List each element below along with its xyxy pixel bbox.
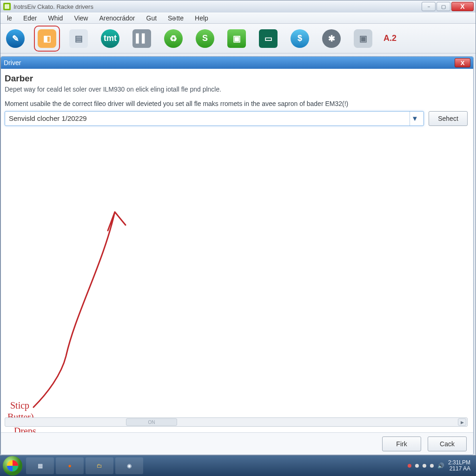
- tray-volume-icon[interactable]: 🔊: [437, 463, 444, 469]
- dialog-desc-1: Depet way for ceald let soler over ILM93…: [5, 86, 468, 93]
- taskbar-clock[interactable]: 2:31LPM 2117 AA: [448, 460, 470, 472]
- taskbar-app-firefox[interactable]: ●: [56, 457, 84, 474]
- dialog-titlebar[interactable]: Driver X: [1, 57, 473, 69]
- menu-help[interactable]: Help: [190, 13, 213, 23]
- taskbar-app-chrome[interactable]: ◉: [115, 457, 143, 474]
- system-tray[interactable]: 🔊 2:31LPM 2117 AA: [408, 460, 473, 472]
- tool-s[interactable]: S: [194, 27, 216, 50]
- secondary-button[interactable]: Cack: [428, 436, 467, 451]
- scroll-right-icon[interactable]: ▸: [458, 418, 466, 426]
- close-button[interactable]: X: [451, 2, 474, 11]
- taskbar-date: 2117 AA: [448, 466, 470, 472]
- menu-eder[interactable]: Eder: [19, 13, 42, 23]
- tool-camera[interactable]: ▣: [352, 27, 374, 50]
- tray-icon-1[interactable]: [408, 464, 411, 468]
- annotation-overlay: Sticp Butter) Dreps: [10, 207, 131, 432]
- start-button[interactable]: [3, 456, 22, 476]
- dialog-body: Darber Depet way for ceald let soler ove…: [1, 69, 473, 432]
- annotation-text-1: Sticp: [10, 400, 29, 410]
- dialog-desc-2: Moment usabile the de correct fileo driv…: [5, 99, 468, 108]
- menu-sette[interactable]: Sətte: [163, 13, 188, 23]
- tool-device[interactable]: ▌▌: [131, 27, 153, 50]
- app-icon: [3, 3, 11, 10]
- dialog-footer: Firk Cack: [1, 432, 473, 455]
- taskbar-app-explorer[interactable]: ▦: [26, 457, 54, 474]
- menu-view[interactable]: View: [69, 13, 93, 23]
- tray-icon-4[interactable]: [430, 464, 434, 468]
- maximize-button[interactable]: ▢: [436, 2, 450, 11]
- menu-gut[interactable]: Gut: [142, 13, 162, 23]
- driver-dialog: Driver X Darber Depet way for ceald let …: [0, 56, 474, 455]
- taskbar-app-folder[interactable]: 🗀: [86, 457, 113, 474]
- menubar: le Eder Whid View Arenocrádor Gut Sətte …: [0, 13, 476, 24]
- chevron-down-icon[interactable]: ▼: [410, 112, 420, 126]
- tool-selected[interactable]: ◧: [36, 27, 58, 50]
- driver-combo-value: Senvisld clocher 1/20229: [9, 114, 87, 122]
- horizontal-scrollbar[interactable]: ON ▸: [5, 417, 468, 427]
- tool-recycle[interactable]: ♻: [162, 27, 185, 50]
- dialog-title: Driver: [4, 59, 21, 66]
- minimize-button[interactable]: －: [422, 2, 436, 11]
- titlebar[interactable]: IrotrsEiv Ckato. Racke drivers － ▢ X: [0, 0, 476, 13]
- tool-shop[interactable]: ▭: [257, 27, 279, 50]
- window-title: IrotrsEiv Ckato. Racke drivers: [13, 3, 93, 10]
- tray-icon-2[interactable]: [415, 464, 419, 468]
- driver-combo[interactable]: Senvisld clocher 1/20229 ▼: [5, 111, 424, 126]
- primary-button[interactable]: Firk: [382, 436, 421, 451]
- tool-globe[interactable]: ✎: [4, 27, 26, 50]
- tool-page[interactable]: ▤: [67, 27, 90, 50]
- tool-box[interactable]: ▣: [225, 27, 248, 50]
- toolbar-version-label: A.2: [383, 33, 397, 43]
- menu-file[interactable]: le: [2, 13, 17, 23]
- scrollbar-thumb[interactable]: ON: [126, 418, 177, 426]
- toolbar: ✎ ◧ ▤ tmt ▌▌ ♻ S ▣ ▭ $ ✱ ▣ A.2: [0, 24, 476, 53]
- main-window: IrotrsEiv Ckato. Racke drivers － ▢ X le …: [0, 0, 476, 456]
- tool-gear[interactable]: ✱: [320, 27, 343, 50]
- tray-icon-3[interactable]: [423, 464, 426, 468]
- tool-dollar[interactable]: $: [289, 27, 311, 50]
- tool-search[interactable]: tmt: [99, 27, 121, 50]
- annotation-text-3: Dreps: [14, 426, 36, 432]
- dialog-close-button[interactable]: X: [455, 58, 470, 67]
- window-controls: － ▢ X: [422, 2, 474, 11]
- combo-row: Senvisld clocher 1/20229 ▼ Sehect: [5, 111, 468, 126]
- dialog-heading: Darber: [5, 73, 468, 84]
- select-button[interactable]: Sehect: [429, 111, 468, 126]
- menu-whid[interactable]: Whid: [43, 13, 67, 23]
- menu-arenocrador[interactable]: Arenocrádor: [94, 13, 139, 23]
- taskbar[interactable]: ▦ ● 🗀 ◉ 🔊 2:31LPM 2117 AA: [0, 456, 476, 476]
